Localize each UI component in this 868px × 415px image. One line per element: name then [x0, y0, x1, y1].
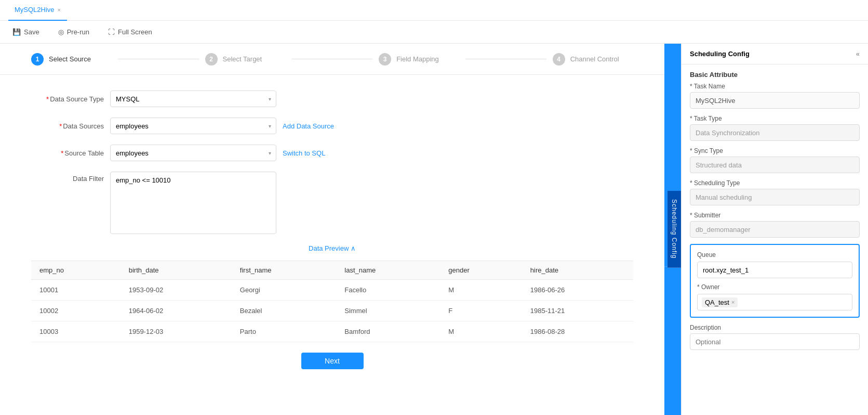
datasource-type-label: *Data Source Type — [31, 95, 104, 103]
switch-sql-link[interactable]: Switch to SQL — [283, 149, 325, 157]
step-1: 1 Select Source — [31, 53, 112, 66]
source-table-row: *Source Table employees ▾ Switch to SQL — [31, 145, 633, 161]
basic-attribute-section-title: Basic Attribute — [682, 64, 868, 83]
table-header-hire_date: hire_date — [522, 261, 633, 280]
table-cell-emp_no: 10002 — [31, 301, 121, 321]
table-cell-last_name: Simmel — [336, 301, 440, 321]
tab-bar: MySQL2Hive × — [0, 0, 868, 21]
data-filter-input[interactable]: emp_no <= 10010 — [110, 172, 276, 234]
owner-field[interactable]: QA_test × — [697, 294, 852, 310]
datasources-row: *Data Sources employees ▾ Add Data Sourc… — [31, 118, 633, 134]
data-preview-table: emp_nobirth_datefirst_namelast_namegende… — [31, 261, 633, 342]
data-filter-label: Data Filter — [31, 172, 104, 183]
toolbar: 💾 Save ◎ Pre-run ⛶ Full Screen — [0, 21, 868, 44]
datasource-type-select[interactable]: MYSQL — [110, 90, 276, 107]
tab-mysql2hive[interactable]: MySQL2Hive × — [8, 0, 67, 21]
queue-input[interactable] — [697, 262, 852, 278]
data-preview-chevron-icon: ∧ — [351, 244, 356, 252]
table-cell-hire_date: 1986-08-28 — [522, 321, 633, 342]
right-panel-collapse-button[interactable]: « — [856, 50, 860, 58]
step-2: 2 Select Target — [205, 53, 286, 66]
step-line-1 — [118, 59, 198, 59]
save-label: Save — [24, 28, 39, 36]
next-button[interactable]: Next — [301, 353, 364, 369]
table-row: 100031959-12-03PartoBamfordM1986-08-28 — [31, 321, 633, 342]
tab-title: MySQL2Hive — [15, 6, 55, 14]
table-header-emp_no: emp_no — [31, 261, 121, 280]
table-cell-birth_date: 1959-12-03 — [121, 321, 232, 342]
table-cell-first_name: Georgi — [232, 280, 337, 301]
owner-tag-close-icon[interactable]: × — [731, 299, 735, 305]
datasource-type-row: *Data Source Type MYSQL ▾ — [31, 90, 633, 107]
table-cell-birth_date: 1964-06-02 — [121, 301, 232, 321]
data-filter-row: Data Filter emp_no <= 10010 — [31, 172, 633, 234]
submitter-group: * Submitter db_demomanager — [682, 212, 868, 244]
owner-label: * Owner — [697, 283, 852, 291]
center-content: 1 Select Source 2 Select Target 3 Field … — [0, 44, 664, 415]
owner-tag: QA_test × — [702, 297, 738, 307]
save-icon: 💾 — [12, 28, 21, 36]
table-header-first_name: first_name — [232, 261, 337, 280]
step-3-circle: 3 — [379, 53, 391, 66]
side-tab-scheduling-config[interactable]: Scheduling Config — [667, 191, 681, 267]
scheduling-type-value: Manual scheduling — [690, 189, 860, 205]
sync-type-value: Structured data — [690, 157, 860, 173]
step-2-circle: 2 — [205, 53, 218, 66]
step-line-3 — [465, 59, 546, 59]
table-cell-gender: F — [440, 301, 522, 321]
side-tabs: Scheduling Config Parameter Config Runni… — [664, 44, 681, 415]
source-table-label: *Source Table — [31, 149, 104, 157]
description-section: Description — [682, 324, 868, 350]
source-table-select[interactable]: employees — [110, 145, 276, 161]
step-4-label: Channel Control — [570, 55, 619, 63]
table-row: 100021964-06-02BezalelSimmelF1985-11-21 — [31, 301, 633, 321]
table-cell-birth_date: 1953-09-02 — [121, 280, 232, 301]
queue-owner-section: Queue * Owner QA_test × — [690, 244, 860, 318]
scheduling-type-label: * Scheduling Type — [690, 179, 860, 187]
table-header-birth_date: birth_date — [121, 261, 232, 280]
table-cell-hire_date: 1986-06-26 — [522, 280, 633, 301]
steps-bar: 1 Select Source 2 Select Target 3 Field … — [0, 44, 664, 75]
sync-type-group: * Sync Type Structured data — [682, 147, 868, 179]
right-panel-header: Scheduling Config « — [682, 44, 868, 64]
scheduling-type-group: * Scheduling Type Manual scheduling — [682, 179, 868, 212]
add-datasource-link[interactable]: Add Data Source — [283, 122, 334, 130]
main-area: 1 Select Source 2 Select Target 3 Field … — [0, 44, 868, 415]
table-cell-hire_date: 1985-11-21 — [522, 301, 633, 321]
submitter-label: * Submitter — [690, 212, 860, 219]
side-tab-parameter-config[interactable]: Parameter Config — [654, 192, 667, 266]
fullscreen-button[interactable]: ⛶ Full Screen — [104, 26, 156, 38]
step-2-label: Select Target — [223, 55, 262, 63]
task-type-label: * Task Type — [690, 115, 860, 122]
task-type-group: * Task Type Data Synchronization — [682, 115, 868, 147]
task-name-label: * Task Name — [690, 83, 860, 90]
datasources-wrapper: employees ▾ — [110, 118, 276, 134]
table-header-row: emp_nobirth_datefirst_namelast_namegende… — [31, 261, 633, 280]
prerun-button[interactable]: ◎ Pre-run — [54, 26, 94, 38]
task-name-value: MySQL2Hive — [690, 92, 860, 109]
table-header-last_name: last_name — [336, 261, 440, 280]
table-cell-last_name: Bamford — [336, 321, 440, 342]
save-button[interactable]: 💾 Save — [8, 26, 44, 38]
data-preview-toggle[interactable]: Data Preview ∧ — [31, 244, 633, 252]
fullscreen-label: Full Screen — [118, 28, 152, 36]
fullscreen-icon: ⛶ — [108, 28, 115, 36]
table-cell-last_name: Facello — [336, 280, 440, 301]
table-cell-emp_no: 10001 — [31, 280, 121, 301]
table-cell-emp_no: 10003 — [31, 321, 121, 342]
datasources-label: *Data Sources — [31, 122, 104, 130]
task-type-value: Data Synchronization — [690, 124, 860, 141]
datasources-select[interactable]: employees — [110, 118, 276, 134]
table-header-gender: gender — [440, 261, 522, 280]
description-label: Description — [690, 324, 860, 331]
source-table-wrapper: employees ▾ — [110, 145, 276, 161]
description-input[interactable] — [690, 333, 860, 350]
step-4-circle: 4 — [553, 53, 565, 66]
side-tab-running-mode[interactable]: Running Mode — [640, 197, 654, 261]
datasource-type-wrapper: MYSQL ▾ — [110, 90, 276, 107]
table-cell-first_name: Parto — [232, 321, 337, 342]
tab-close-icon[interactable]: × — [58, 7, 61, 13]
prerun-icon: ◎ — [58, 28, 64, 36]
step-3: 3 Field Mapping — [379, 53, 459, 66]
sync-type-label: * Sync Type — [690, 147, 860, 154]
